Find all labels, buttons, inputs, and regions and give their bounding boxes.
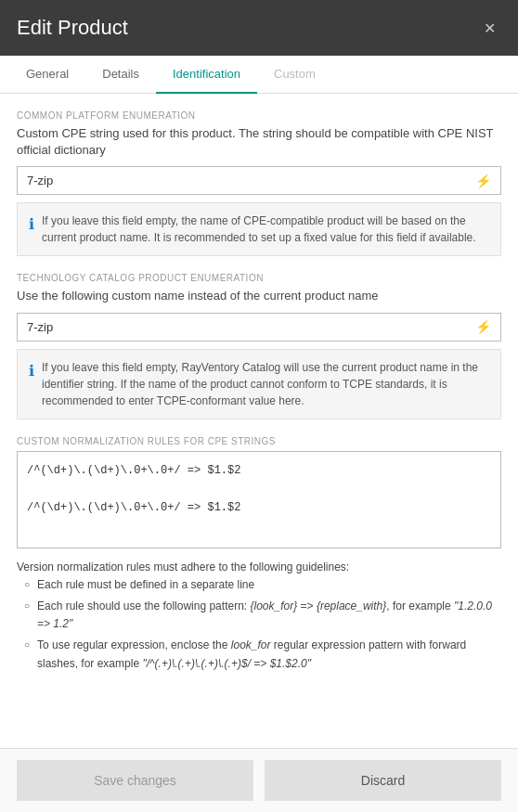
edit-product-dialog: Edit Product ✕ General Details Identific… [0,0,518,812]
guideline-item-3: To use regular expression, enclose the l… [24,637,501,672]
rules-wrapper [17,451,501,559]
catalog-info-text: If you leave this field empty, RayVentor… [42,359,489,409]
tab-bar: General Details Identification Custom [0,56,518,94]
catalog-description: Use the following custom name instead of… [17,288,501,304]
normalization-rules-input[interactable] [17,451,501,548]
guidelines-section: Version normalization rules must adhere … [17,559,501,673]
save-button[interactable]: Save changes [17,760,253,801]
tab-details[interactable]: Details [85,56,156,94]
catalog-input-row: ⚡ [17,313,501,342]
cpe-input-row: ⚡ [17,166,501,195]
guidelines-list: Each rule must be defined in a separate … [17,576,501,673]
normalization-section: CUSTOM NORMALIZATION RULES FOR CPE STRIN… [17,436,501,673]
cpe-input[interactable] [18,167,466,194]
catalog-lightning-icon[interactable]: ⚡ [466,319,500,334]
cpe-description: Custom CPE string used for this product.… [17,125,501,159]
info-icon: ℹ [29,213,34,246]
guideline-2-text: Each rule should use the following patte… [37,599,492,630]
guidelines-intro: Version normalization rules must adhere … [17,559,501,576]
close-button[interactable]: ✕ [478,16,501,41]
tab-general[interactable]: General [9,56,85,94]
cpe-lightning-icon[interactable]: ⚡ [466,174,500,188]
cpe-info-box: ℹ If you leave this field empty, the nam… [17,202,501,256]
cpe-section-label: COMMON PLATFORM ENUMERATION [17,110,501,121]
tab-custom: Custom [257,56,332,94]
dialog-header: Edit Product ✕ [0,0,518,56]
catalog-info-icon: ℹ [29,360,34,409]
normalization-section-label: CUSTOM NORMALIZATION RULES FOR CPE STRIN… [17,436,501,446]
content-area: COMMON PLATFORM ENUMERATION Custom CPE s… [0,94,518,748]
guideline-item-2: Each rule should use the following patte… [24,598,501,633]
dialog-title: Edit Product [17,16,128,40]
tab-identification[interactable]: Identification [156,56,257,94]
discard-button[interactable]: Discard [265,760,501,801]
guideline-item-1: Each rule must be defined in a separate … [24,576,501,594]
guideline-3-text: To use regular expression, enclose the l… [37,638,466,669]
catalog-input[interactable] [18,314,466,341]
catalog-info-box: ℹ If you leave this field empty, RayVent… [17,349,501,419]
dialog-footer: Save changes Discard [0,748,518,812]
cpe-section: COMMON PLATFORM ENUMERATION Custom CPE s… [17,110,501,256]
catalog-section: TECHNOLOGY CATALOG PRODUCT ENUMERATION U… [17,273,501,419]
cpe-info-text: If you leave this field empty, the name … [42,213,489,246]
catalog-section-label: TECHNOLOGY CATALOG PRODUCT ENUMERATION [17,273,501,283]
